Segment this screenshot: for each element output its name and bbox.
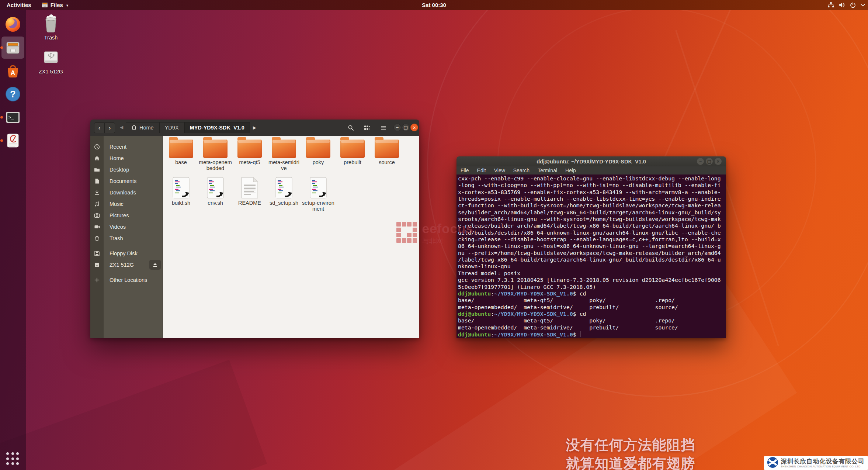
desktop-icon-usb-drive[interactable]: ZX1 512G xyxy=(38,49,64,75)
sidebar-item-home[interactable]: Home xyxy=(90,152,163,164)
videos-icon xyxy=(90,224,104,230)
dock-item-terminal[interactable]: >_ xyxy=(1,106,24,128)
show-applications-button[interactable] xyxy=(6,452,20,466)
minimize-button[interactable]: − xyxy=(393,124,401,131)
sidebar-item-videos[interactable]: Videos xyxy=(90,221,163,232)
network-icon[interactable] xyxy=(828,2,834,8)
sidebar-item-label: Pictures xyxy=(104,212,129,218)
close-button[interactable]: × xyxy=(715,158,722,165)
activities-button[interactable]: Activities xyxy=(0,0,38,10)
sidebar-item-other-locations[interactable]: Other Locations xyxy=(90,274,163,286)
terminal-line: cking=release --disable-bootstrap --enab… xyxy=(458,236,726,243)
terminal-menu-search[interactable]: Search xyxy=(509,167,534,173)
menu-button[interactable] xyxy=(378,122,389,133)
sidebar-item-recent[interactable]: Recent xyxy=(90,141,163,152)
maximize-button[interactable]: ▢ xyxy=(402,124,410,131)
sidebar-item-documents[interactable]: Documents xyxy=(90,175,163,187)
sidebar-item-music[interactable]: Music xyxy=(90,198,163,210)
breadcrumb-label: MYD-YD9X-SDK_V1.0 xyxy=(190,125,244,131)
folder-item-source[interactable]: source xyxy=(370,136,403,165)
sidebar-item-pictures[interactable]: Pictures xyxy=(90,210,163,221)
chevron-down-icon[interactable] xyxy=(861,4,865,7)
terminal-menu-view[interactable]: View xyxy=(490,167,509,173)
sidebar-item-downloads[interactable]: Downloads xyxy=(90,187,163,198)
file-item-readme[interactable]: README xyxy=(233,177,266,206)
prompt-path: ~/YD9X/MYD-YD9X-SDK_V1.0 xyxy=(494,331,573,338)
drive-icon xyxy=(90,262,104,268)
folder-icon xyxy=(203,139,228,158)
sidebar-item-label: Other Locations xyxy=(104,277,147,283)
terminal-line: e-release/builder_arch/amd64/label/tcwg-… xyxy=(458,222,726,229)
folder-item-poky[interactable]: poky xyxy=(302,136,335,165)
files-window: ‹ › ◀ HomeYD9XMYD-YD9X-SDK_V1.0▶ − ▢ × R… xyxy=(90,120,419,338)
dock-item-firefox[interactable] xyxy=(1,13,24,35)
breadcrumb-myd-yd9x-sdk-v1-0[interactable]: MYD-YD9X-SDK_V1.0 xyxy=(184,122,250,133)
floppy-icon xyxy=(90,250,104,256)
terminal-menubar: FileEditViewSearchTerminalHelp xyxy=(456,166,726,174)
file-label: sd_setup.sh xyxy=(267,200,301,206)
terminal-menu-terminal[interactable]: Terminal xyxy=(534,167,561,173)
sidebar-item-label: ZX1 512G xyxy=(104,262,134,268)
folder-icon xyxy=(237,139,262,158)
script-file-icon xyxy=(302,177,335,198)
running-indicator-dot xyxy=(0,139,3,142)
terminal-window: ddj@ubuntu: ~/YD9X/MYD-YD9X-SDK_V1.0 − ▢… xyxy=(456,156,726,338)
trash-icon xyxy=(90,235,104,241)
terminal-line: sroots/aarch64-linux-gnu --with-sysroot=… xyxy=(458,216,726,222)
sidebar-item-zx1-512g[interactable]: ZX1 512G xyxy=(90,259,163,270)
dock-item-files[interactable] xyxy=(1,37,24,59)
close-button[interactable]: × xyxy=(410,124,418,131)
dock-item-help[interactable]: ? xyxy=(1,83,24,105)
sidebar-item-trash[interactable]: Trash xyxy=(90,232,163,244)
volume-icon[interactable] xyxy=(839,2,845,8)
path-scroll-left-icon[interactable]: ◀ xyxy=(120,125,123,130)
terminal-menu-help[interactable]: Help xyxy=(561,167,580,173)
view-grid-button[interactable] xyxy=(362,122,372,133)
terminal-menu-file[interactable]: File xyxy=(456,167,473,173)
folder-item-base[interactable]: base xyxy=(164,136,198,165)
file-item-env-sh[interactable]: env.sh xyxy=(199,177,232,206)
breadcrumb-label: Home xyxy=(139,125,154,131)
folder-item-meta-semidrive[interactable]: meta-semidrive xyxy=(267,136,301,171)
folder-label: meta-semidrive xyxy=(267,159,301,171)
search-button[interactable] xyxy=(346,122,356,133)
terminal-line: nknown-linux-gnu xyxy=(458,263,726,270)
watermark-brand: eefocus xyxy=(422,222,473,235)
forward-button[interactable]: › xyxy=(104,122,115,133)
terminal-line: -long --with-cloog=no --with-ppl=no --wi… xyxy=(458,182,726,189)
folder-item-meta-qt5[interactable]: meta-qt5 xyxy=(233,136,266,165)
dock-item-ubuntu-software[interactable]: A xyxy=(1,60,24,82)
svg-text:?: ? xyxy=(10,89,15,99)
terminal-menu-edit[interactable]: Edit xyxy=(473,167,490,173)
clock[interactable]: Sat 00:30 xyxy=(422,0,446,10)
dock-item-document-viewer[interactable] xyxy=(1,129,24,152)
svg-text:>_: >_ xyxy=(8,115,14,120)
breadcrumb-home[interactable]: Home xyxy=(126,122,159,133)
app-menu-files[interactable]: Files ▼ xyxy=(38,0,73,10)
sidebar-item-floppy-disk[interactable]: Floppy Disk xyxy=(90,248,163,259)
prompt-user: ddj@ubuntu xyxy=(458,311,491,317)
file-item-sd-setup-sh[interactable]: sd_setup.sh xyxy=(267,177,301,206)
folder-item-prebuilt[interactable]: prebuilt xyxy=(336,136,369,165)
topbar-status-icons[interactable] xyxy=(828,0,865,10)
terminal-line: Thread model: posix xyxy=(458,270,726,277)
sidebar-item-desktop[interactable]: Desktop xyxy=(90,164,163,175)
maximize-button[interactable]: ▢ xyxy=(706,158,713,165)
back-button[interactable]: ‹ xyxy=(94,122,105,133)
terminal-screen[interactable]: cxx-pch --enable-c99 --enable-clocale=gn… xyxy=(456,174,726,338)
breadcrumb-yd9x[interactable]: YD9X xyxy=(159,122,184,133)
desktop-icon-trash[interactable]: Trash xyxy=(38,13,64,41)
file-item-build-sh[interactable]: build.sh xyxy=(164,177,198,206)
power-icon[interactable] xyxy=(850,2,856,8)
eject-button[interactable] xyxy=(149,260,161,270)
terminal-line: nu --prefix=/home/tcwg-buildslave/worksp… xyxy=(458,250,726,256)
folder-item-meta-openembedded[interactable]: meta-openembedded xyxy=(199,136,232,171)
breadcrumb: HomeYD9XMYD-YD9X-SDK_V1.0▶ xyxy=(126,122,256,133)
terminal-title: ddj@ubuntu: ~/YD9X/MYD-YD9X-SDK_V1.0 xyxy=(537,159,646,165)
prompt-user: ddj@ubuntu xyxy=(458,331,491,338)
minimize-button[interactable]: − xyxy=(697,158,704,165)
files-app-icon xyxy=(42,2,48,8)
terminal-titlebar[interactable]: ddj@ubuntu: ~/YD9X/MYD-YD9X-SDK_V1.0 − ▢… xyxy=(456,156,726,167)
file-item-setup-environment[interactable]: setup-environment xyxy=(302,177,335,212)
running-indicator-dot xyxy=(0,116,3,119)
